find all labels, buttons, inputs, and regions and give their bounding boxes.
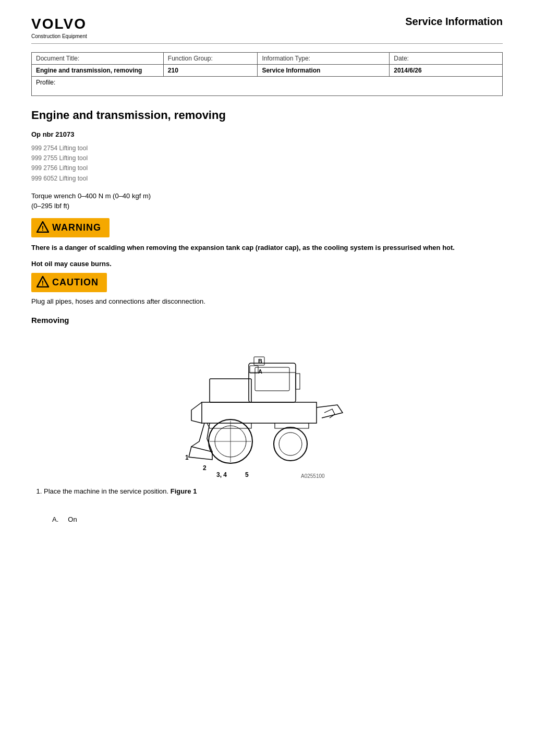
construction-equipment-label: Construction Equipment: [31, 33, 87, 39]
info-type-value: Service Information: [262, 67, 320, 74]
svg-text:5: 5: [245, 471, 249, 478]
svg-text:!: !: [42, 279, 44, 287]
svg-text:A: A: [258, 368, 262, 375]
svg-text:3, 4: 3, 4: [216, 471, 227, 478]
caution-box: ! CAUTION: [31, 273, 107, 292]
tool-link-3[interactable]: 999 2756 Lifting tool: [31, 163, 503, 173]
caution-description: Plug all pipes, hoses and connections af…: [31, 297, 503, 305]
list-item-a-label: A.: [52, 515, 58, 523]
tool-link-1[interactable]: 999 2754 Lifting tool: [31, 143, 503, 153]
figure-caption: Figure 1: [171, 486, 348, 497]
tool-link-4[interactable]: 999 6052 Lifting tool: [31, 174, 503, 184]
op-nbr: Op nbr 21073: [31, 130, 503, 138]
lbf-info: (0–295 lbf ft): [31, 202, 503, 210]
figure-1-container: B A: [171, 337, 348, 505]
svg-rect-18: [296, 374, 300, 389]
page: VOLVO Construction Equipment Service Inf…: [0, 0, 534, 544]
list-item-a: A. On: [52, 515, 503, 523]
figure-1-svg: B A: [171, 337, 348, 483]
profile-label: Profile:: [36, 79, 55, 86]
svg-text:2: 2: [203, 464, 207, 472]
svg-text:1: 1: [185, 454, 189, 461]
svg-rect-7: [210, 379, 251, 402]
function-group-label: Function Group:: [168, 55, 213, 62]
page-header: VOLVO Construction Equipment Service Inf…: [31, 16, 503, 39]
doc-title-value: Engine and transmission, removing: [36, 67, 142, 74]
list-item-a-value: On: [68, 515, 77, 523]
svg-rect-4: [249, 363, 296, 402]
step-1-text: Place the machine in the service positio…: [44, 487, 168, 495]
svg-rect-10: [250, 366, 258, 373]
header-divider: [31, 43, 503, 44]
warning-description: There is a danger of scalding when remov…: [31, 243, 503, 253]
volvo-logo: VOLVO: [31, 16, 87, 32]
svg-point-17: [279, 433, 302, 455]
torque-info: Torque wrench 0–400 N m (0–40 kgf m): [31, 192, 503, 200]
date-value: 2014/6/26: [394, 67, 421, 74]
tool-links: 999 2754 Lifting tool 999 2755 Lifting t…: [31, 143, 503, 184]
warning-box: ! WARNING: [31, 218, 110, 237]
hot-oil-warning: Hot oil may cause burns.: [31, 260, 503, 268]
svg-text:!: !: [42, 224, 44, 232]
main-title: Engine and transmission, removing: [31, 109, 503, 122]
svg-text:A0255100: A0255100: [301, 473, 325, 479]
warning-label: WARNING: [52, 222, 101, 233]
info-type-label: Information Type:: [262, 55, 310, 62]
steps-list: Place the machine in the service positio…: [31, 331, 503, 509]
svg-text:B: B: [258, 358, 262, 364]
doc-title-label: Document Title:: [36, 55, 79, 62]
service-info-title: Service Information: [405, 16, 503, 28]
warning-triangle-icon: !: [37, 221, 49, 234]
caution-triangle-icon: !: [37, 276, 49, 289]
removing-title: Removing: [31, 316, 503, 325]
date-label: Date:: [394, 55, 409, 62]
caution-label: CAUTION: [52, 277, 99, 288]
tool-link-2[interactable]: 999 2755 Lifting tool: [31, 153, 503, 163]
function-group-value: 210: [168, 67, 178, 74]
info-table: Document Title: Function Group: Informat…: [31, 52, 503, 96]
